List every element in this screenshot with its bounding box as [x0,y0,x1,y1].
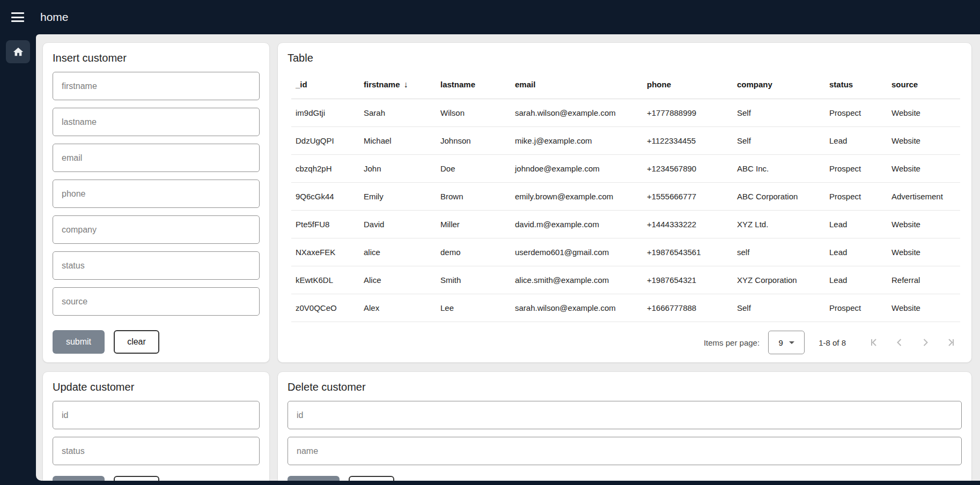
table-header-row: _idfirstname↓lastnameemailphonecompanyst… [291,71,960,99]
table-panel-title: Table [288,51,962,64]
table-row[interactable]: cbzqh2pHJohnDoejohndoe@example.com+12345… [291,154,960,182]
column-header-_id[interactable]: _id [291,71,359,99]
column-header-source[interactable]: source [887,71,960,99]
column-header-firstname[interactable]: firstname↓ [359,71,436,99]
page-title: home [40,11,69,24]
table-row[interactable]: im9dGtjiSarahWilsonsarah.wilson@example.… [291,99,960,126]
column-header-phone[interactable]: phone [643,71,733,99]
items-per-page-label: Items per page: [704,338,760,347]
last-page-button[interactable] [940,332,962,353]
content-area: Insert customer submit clear Table _idfi… [36,34,980,481]
table-cell: Prospect [825,294,887,322]
table-cell: mike.j@example.com [511,126,643,154]
table-cell: Pte5fFU8 [291,210,359,238]
column-header-email[interactable]: email [511,71,643,99]
table-panel: Table _idfirstname↓lastnameemailphonecom… [277,42,972,363]
table-body: im9dGtjiSarahWilsonsarah.wilson@example.… [291,99,960,322]
page-size-select[interactable]: 9 [768,331,805,354]
table-cell: +19876543561 [643,238,733,266]
next-page-button[interactable] [915,332,936,353]
table-cell: XYZ Corporation [733,266,825,294]
table-cell: +1987654321 [643,266,733,294]
table-cell: alice [359,238,436,266]
delete-name-input[interactable] [288,437,962,465]
table-row[interactable]: Pte5fFU8DavidMillerdavid.m@example.com+1… [291,210,960,238]
home-icon [12,46,24,58]
update-customer-panel: Update customer submit clear [42,371,270,481]
insert-firstname-input[interactable] [53,72,260,100]
table-cell: Website [887,210,960,238]
table-row[interactable]: z0V0QCeOAlexLeesarah.wilson@example.com+… [291,294,960,322]
page-size-value: 9 [778,338,783,347]
sidebar-home-button[interactable] [6,40,30,63]
insert-phone-input[interactable] [53,180,260,208]
window-bottom-edge [0,481,980,485]
table-row[interactable]: NXaxeFEKalicedemouserdemo601@gmail.com+1… [291,238,960,266]
table-cell: Michael [359,126,436,154]
table-cell: Website [887,238,960,266]
table-cell: Lee [436,294,511,322]
table-cell: alice.smith@example.com [511,266,643,294]
table-cell: +1444333222 [643,210,733,238]
table-cell: Alice [359,266,436,294]
table-cell: David [359,210,436,238]
first-page-icon [868,337,879,348]
update-submit-button[interactable]: submit [53,476,105,481]
insert-clear-button[interactable]: clear [114,330,159,354]
column-header-company[interactable]: company [733,71,825,99]
table-row[interactable]: kEwtK6DLAliceSmithalice.smith@example.co… [291,266,960,294]
update-id-input[interactable] [53,401,260,429]
table-cell: Doe [436,154,511,182]
delete-id-input[interactable] [288,401,962,429]
table-cell: Website [887,126,960,154]
table-cell: Website [887,99,960,126]
last-page-icon [946,337,956,348]
table-row[interactable]: DdzUgQPIMichaelJohnsonmike.j@example.com… [291,126,960,154]
delete-clear-button[interactable]: clear [349,476,394,481]
delete-customer-panel: Delete customer submit clear [277,371,972,481]
sort-desc-icon: ↓ [404,80,408,89]
table-cell: ABC Corporation [733,182,825,210]
table-cell: Emily [359,182,436,210]
customers-table: _idfirstname↓lastnameemailphonecompanyst… [291,71,960,322]
table-cell: John [359,154,436,182]
insert-lastname-input[interactable] [53,108,260,136]
column-header-lastname[interactable]: lastname [436,71,511,99]
insert-source-input[interactable] [53,287,260,316]
table-row[interactable]: 9Q6cGk44EmilyBrownemily.brown@example.co… [291,182,960,210]
delete-submit-button[interactable]: submit [288,476,340,481]
table-cell: Lead [825,210,887,238]
insert-panel-title: Insert customer [53,51,260,64]
previous-page-button[interactable] [889,332,910,353]
table-cell: Advertisement [887,182,960,210]
delete-panel-title: Delete customer [288,380,962,393]
column-header-status[interactable]: status [825,71,887,99]
insert-email-input[interactable] [53,144,260,172]
table-cell: Prospect [825,182,887,210]
first-page-button[interactable] [863,332,885,353]
table-cell: Johnson [436,126,511,154]
insert-company-input[interactable] [53,215,260,244]
table-cell: +1122334455 [643,126,733,154]
update-clear-button[interactable]: clear [114,476,159,481]
update-status-input[interactable] [53,437,260,465]
chevron-left-icon [894,337,905,348]
table-cell: im9dGtji [291,99,359,126]
table-cell: Lead [825,126,887,154]
table-cell: Sarah [359,99,436,126]
table-cell: emily.brown@example.com [511,182,643,210]
insert-submit-button[interactable]: submit [53,330,105,354]
insert-status-input[interactable] [53,251,260,280]
table-cell: Website [887,154,960,182]
menu-icon[interactable] [11,12,24,22]
select-caret-icon [789,341,794,344]
table-cell: +1777888999 [643,99,733,126]
page-range-label: 1-8 of 8 [819,338,846,347]
table-cell: david.m@example.com [511,210,643,238]
table-cell: Referral [887,266,960,294]
table-cell: sarah.wilson@example.com [511,99,643,126]
table-cell: z0V0QCeO [291,294,359,322]
table-cell: 9Q6cGk44 [291,182,359,210]
table-cell: +1555666777 [643,182,733,210]
table-cell: Smith [436,266,511,294]
